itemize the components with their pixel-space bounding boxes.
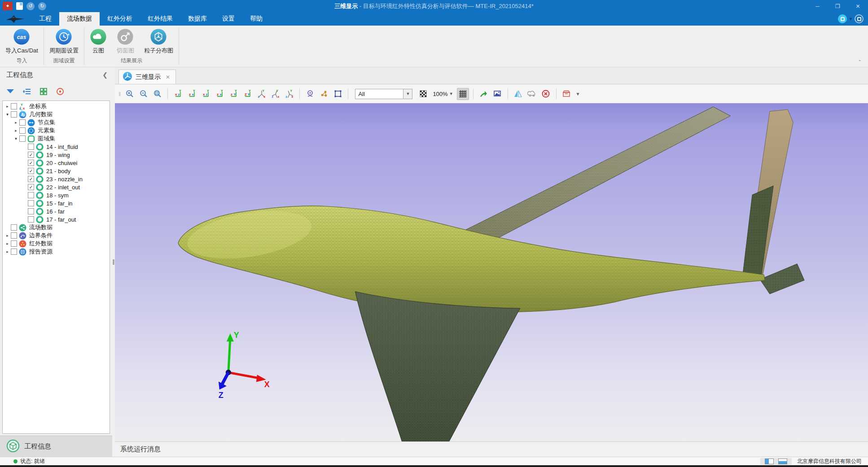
- visibility-checkbox[interactable]: [28, 216, 34, 223]
- ribbon-button-2-0[interactable]: 云图: [87, 27, 110, 56]
- visibility-checkbox[interactable]: [11, 232, 17, 239]
- tree-item[interactable]: ▸Yzx坐标系: [3, 102, 110, 110]
- project-info-bottom-tab[interactable]: 工程信息: [0, 436, 112, 457]
- menu-item-0[interactable]: 工程: [31, 12, 59, 26]
- tree-item[interactable]: 16 - far: [3, 207, 110, 215]
- mesh-grid-icon[interactable]: [457, 88, 469, 100]
- expander-expanded-icon[interactable]: ▾: [4, 112, 10, 117]
- view-iso-3-icon[interactable]: Yzx: [283, 88, 295, 100]
- tree-item[interactable]: 流场数据: [3, 223, 110, 231]
- view-zy-icon[interactable]: zYY: [228, 88, 240, 100]
- view-zx-back-icon[interactable]: zxY: [214, 88, 226, 100]
- visibility-checkbox[interactable]: [28, 208, 34, 214]
- expander-collapsed-icon[interactable]: ▸: [4, 241, 10, 246]
- tree-item[interactable]: ✓20 - chuiwei: [3, 159, 110, 167]
- undo-icon[interactable]: ↺: [26, 2, 35, 10]
- menu-item-5[interactable]: 设置: [215, 12, 242, 26]
- tree-item[interactable]: ✓21 - body: [3, 167, 110, 175]
- visibility-checkbox[interactable]: [19, 135, 26, 142]
- filter-icon[interactable]: [5, 87, 15, 96]
- layout-bottom-panel-icon[interactable]: [778, 458, 787, 464]
- style-caret-icon[interactable]: ▼: [849, 17, 853, 21]
- visibility-checkbox[interactable]: ✓: [28, 168, 34, 174]
- tree-item[interactable]: ▸红外数据: [3, 240, 110, 248]
- tree-item[interactable]: 15 - far_in: [3, 199, 110, 207]
- visibility-checkbox[interactable]: [28, 144, 34, 150]
- menu-item-4[interactable]: 数据库: [180, 12, 215, 26]
- tree-item[interactable]: 17 - far_out: [3, 215, 110, 223]
- visibility-checkbox[interactable]: ✓: [28, 176, 34, 182]
- tree-item[interactable]: 14 - int_fluid: [3, 143, 110, 151]
- view-zy-top-icon[interactable]: ZYY: [241, 88, 254, 100]
- tree-item[interactable]: ▸元素集: [3, 127, 110, 135]
- zoom-window-icon[interactable]: [151, 88, 163, 100]
- tree-item[interactable]: ✓19 - wing: [3, 151, 110, 159]
- visibility-checkbox[interactable]: [19, 119, 26, 126]
- expander-collapsed-icon[interactable]: ▸: [4, 233, 10, 238]
- minimize-button[interactable]: ─: [807, 0, 828, 12]
- tab-close-icon[interactable]: ✕: [166, 74, 170, 80]
- target-icon[interactable]: [55, 87, 65, 96]
- panel-collapse-icon[interactable]: ❮: [102, 71, 108, 79]
- save-scene-caret-icon[interactable]: ▼: [574, 88, 582, 99]
- visibility-checkbox[interactable]: [11, 240, 17, 247]
- visibility-checkbox[interactable]: [11, 249, 17, 255]
- snapshot-icon[interactable]: [491, 88, 504, 100]
- view-iso-2-icon[interactable]: Yzx: [269, 88, 281, 100]
- toolbar-grip[interactable]: ‖: [118, 91, 121, 97]
- redo-icon[interactable]: ↻: [38, 2, 46, 10]
- view-xz-front-icon[interactable]: xzY: [200, 88, 212, 100]
- ribbon-button-0-0[interactable]: cas导入Cas/Dat: [3, 27, 41, 56]
- style-picker-icon[interactable]: [838, 14, 847, 23]
- tree-item[interactable]: ▸报告资源: [3, 248, 110, 256]
- grid-view-icon[interactable]: [39, 87, 48, 96]
- visibility-checkbox[interactable]: [28, 192, 34, 198]
- ribbon-collapse-icon[interactable]: ⌃: [858, 59, 862, 64]
- menu-item-2[interactable]: 红外分析: [100, 12, 140, 26]
- render-nodes-icon[interactable]: [318, 88, 330, 100]
- tree-item[interactable]: ✓22 - inlet_out: [3, 183, 110, 191]
- visibility-checkbox[interactable]: [11, 224, 17, 231]
- viewport-3d[interactable]: Y X Z: [115, 103, 868, 441]
- tree-item[interactable]: ✓23 - nozzle_in: [3, 175, 110, 183]
- visibility-checkbox[interactable]: [11, 103, 17, 109]
- app-logo-icon[interactable]: ✦: [3, 2, 13, 10]
- visibility-checkbox[interactable]: [28, 200, 34, 206]
- layout-left-panel-icon[interactable]: [765, 458, 774, 464]
- view-zx-icon[interactable]: zxY: [186, 88, 198, 100]
- expander-expanded-icon[interactable]: ▾: [13, 136, 19, 141]
- display-filter-combo[interactable]: All▼: [355, 89, 412, 99]
- theme-ring-icon[interactable]: [855, 14, 864, 23]
- menu-item-6[interactable]: 帮助: [242, 12, 270, 26]
- expander-collapsed-icon[interactable]: ▸: [13, 128, 19, 133]
- expander-collapsed-icon[interactable]: ▸: [4, 249, 10, 254]
- select-region-icon[interactable]: [332, 88, 344, 100]
- view-iso-1-icon[interactable]: Yzx: [255, 88, 267, 100]
- ribbon-button-2-2[interactable]: 粒子分布图: [141, 27, 176, 56]
- list-outline-icon[interactable]: [22, 87, 32, 96]
- visibility-checkbox[interactable]: ✓: [28, 184, 34, 190]
- close-button[interactable]: ✕: [848, 0, 868, 12]
- visibility-checkbox[interactable]: [11, 111, 17, 118]
- export-curve-arrow-icon[interactable]: [478, 88, 490, 100]
- opacity-checker-icon[interactable]: [417, 88, 429, 100]
- zoom-out-icon[interactable]: [137, 88, 149, 100]
- visibility-checkbox[interactable]: [19, 127, 26, 134]
- mirror-icon[interactable]: [512, 88, 524, 100]
- tree-item[interactable]: 18 - sym: [3, 191, 110, 199]
- view-xz-icon[interactable]: xzY: [172, 88, 184, 100]
- tree-item[interactable]: ▾几何数据: [3, 110, 110, 118]
- visibility-checkbox[interactable]: ✓: [28, 160, 34, 166]
- visibility-checkbox[interactable]: ✓: [28, 152, 34, 158]
- save-scene-icon[interactable]: [561, 88, 573, 100]
- ribbon-button-1-0[interactable]: 周期面设置: [47, 27, 81, 56]
- menu-item-3[interactable]: 红外结果: [140, 12, 180, 26]
- menu-item-1[interactable]: 流场数据: [59, 12, 100, 26]
- smooth-shell-icon[interactable]: [526, 88, 538, 100]
- new-document-icon[interactable]: [16, 2, 23, 10]
- tree-item[interactable]: ▾面域集: [3, 135, 110, 143]
- expander-collapsed-icon[interactable]: ▸: [13, 120, 19, 125]
- zoom-level-dropdown[interactable]: 100%▼: [433, 91, 453, 97]
- tree-item[interactable]: ▸边界条件: [3, 231, 110, 240]
- clear-all-icon[interactable]: [540, 88, 552, 100]
